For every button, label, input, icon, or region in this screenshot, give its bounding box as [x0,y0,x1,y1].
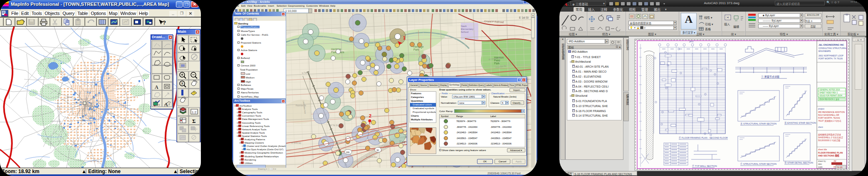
svg-text:Elementary: Elementary [461,28,473,30]
svg-text:sheet title: sheet title [818,148,827,151]
svg-text:scale:: scale: [818,166,823,168]
svg-text:ENGINEERS: ENGINEERS [819,50,831,52]
svg-text:1:10,000: 1:10,000 [285,10,297,12]
svg-text:结构图纸说明及修订记录: 结构图纸说明及修订记录 [818,133,841,136]
svg-text:A: A [155,84,158,90]
svg-text:?: ? [163,20,166,26]
svg-text:Ⓑ EXISTING STAIR SECTION: Ⓑ EXISTING STAIR SECTION [784,121,816,125]
svg-text:FORT WORTH, TX 76106: FORT WORTH, TX 76106 [819,57,843,60]
svg-text:Σ: Σ [192,118,196,124]
svg-text:76137 美国德州 2 号住宅: 76137 美国德州 2 号住宅 [818,120,841,122]
svg-text:JW: JW [833,160,836,162]
svg-text:IRD RESIDENCE ADDITION: IRD RESIDENCE ADDITION [818,111,845,113]
svg-text:Ⓕ TYP WALL SECTION: Ⓕ TYP WALL SECTION [692,164,717,168]
svg-text:Park: Park [413,48,419,51]
svg-text:?: ? [169,101,171,105]
svg-text:2601 NORTHWEST LOOP: 2601 NORTHWEST LOOP [819,54,843,57]
svg-text:?: ? [158,103,160,107]
svg-text:5013 SANDSHELL DR: 5013 SANDSHELL DR [818,114,839,116]
svg-text:5013000000 2 号修订版: 5013000000 2 号修订版 [818,139,840,142]
svg-text:Criand P Railroad: Criand P Railroad [484,20,504,23]
svg-text:30: 30 [376,149,379,152]
svg-text:S-16: S-16 [837,166,843,169]
svg-text:引线 ▾: 引线 ▾ [705,22,713,26]
svg-text:drawn by:: drawn by: [818,160,826,162]
svg-text:插入: 插入 [724,22,730,26]
svg-text:Ⓐ STRUCTURAL STAIR SECTION: Ⓐ STRUCTURAL STAIR SECTION [740,122,777,125]
svg-text:client: client [818,126,823,128]
svg-text:Ⓔ FLOOR FRAMING PLAN - SECOND: Ⓔ FLOOR FRAMING PLAN - SECOND FLOOR [679,136,728,139]
svg-text:date:: date: [818,163,822,165]
svg-text:SANDSHELL 2 号住宅修订: SANDSHELL 2 号住宅修订 [818,136,843,139]
svg-text:① 屋面节点详图: ① 屋面节点详图 [761,75,779,78]
svg-text:W Belknap: W Belknap [291,142,301,144]
svg-text:W 7th St: W 7th St [330,124,338,127]
svg-text:24-0: 24-0 [689,40,693,43]
svg-text:AND SECTIONS 图纸: AND SECTIONS 图纸 [818,154,840,157]
svg-text:Ⓓ STAIR DETAIL SECTION: Ⓓ STAIR DETAIL SECTION [784,161,813,164]
svg-text:A: A [164,102,168,108]
svg-text:表格: 表格 [705,27,711,31]
svg-text:05/04 REVISION 1 发布: 05/04 REVISION 1 发布 [819,98,840,101]
svg-text:project: project [818,108,825,110]
svg-text:CONSULTING STRUCTURAL: CONSULTING STRUCTURAL [819,47,847,49]
svg-text:Fournier St: Fournier St [296,104,306,107]
svg-text:School: School [461,31,468,33]
svg-text:Ⓒ STRUCTURAL STAIR SECTION: Ⓒ STRUCTURAL STAIR SECTION [740,162,777,166]
svg-text:FLOOR FRAMING PLAN: FLOOR FRAMING PLAN [818,152,843,154]
svg-text:?: ? [181,82,183,86]
svg-text:Summit Ave: Summit Ave [366,156,377,158]
svg-text:GENERAL NOTES 2019: GENERAL NOTES 2019 [819,89,840,91]
svg-text:1:2: 1:2 [192,110,197,114]
svg-text:E 1st St: E 1st St [519,16,529,19]
svg-text:1: 1 [403,35,406,40]
svg-text:ISSUE FOR PERMIT 05/04: ISSUE FOR PERMIT 05/04 [819,95,842,97]
svg-text:FORT WORTH, TEXAS: FORT WORTH, TEXAS [818,117,840,119]
svg-text:编辑: 编辑 [733,25,739,29]
svg-text:线性 ▾: 线性 ▾ [704,16,712,20]
svg-text:Park: Park [494,62,500,65]
svg-text:SHEET INDEX REV 2: SHEET INDEX REV 2 [819,92,838,94]
svg-text:199: 199 [346,151,349,154]
svg-text:Nash: Nash [461,25,467,27]
svg-text:J&L ENGINEERING INC: J&L ENGINEERING INC [819,44,844,46]
svg-text:2: 2 [369,113,371,118]
